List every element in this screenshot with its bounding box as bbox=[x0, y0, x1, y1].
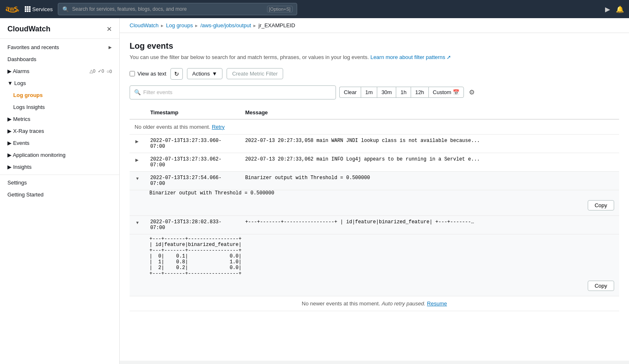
svg-rect-6 bbox=[25, 10, 26, 12]
svg-rect-1 bbox=[27, 6, 28, 8]
no-older-events-row: No older events at this moment. Retry bbox=[130, 119, 619, 135]
bell-icon[interactable]: 🔔 bbox=[616, 5, 624, 13]
sidebar-item-label: ▶ Insights bbox=[7, 164, 31, 170]
nav-icons: ▶ 🔔 bbox=[605, 5, 624, 13]
chevron-right-icon: ▶ bbox=[109, 45, 112, 50]
page-description: You can use the filter bar below to sear… bbox=[130, 53, 619, 61]
sidebar-item-label: Log groups bbox=[13, 92, 43, 98]
sidebar-item-app-monitoring[interactable]: ▶ Application monitoring bbox=[0, 149, 119, 161]
alarm-badges: △0 ✓0 ○0 bbox=[90, 69, 112, 74]
main-layout: CloudWatch ✕ Favorites and recents ▶ Das… bbox=[0, 18, 629, 364]
search-bar[interactable]: 🔍 [Option+S] bbox=[58, 3, 297, 15]
breadcrumb-cloudwatch[interactable]: CloudWatch bbox=[130, 22, 158, 28]
table-row: ▼ 2022-07-13T13:28:02.833-07:00 +---+---… bbox=[130, 215, 619, 234]
row2-message: 2022-07-13 20:27:33,062 main INFO Log4j … bbox=[240, 153, 619, 171]
alarm-badge-warn: △0 bbox=[90, 69, 95, 74]
retry-link[interactable]: Retry bbox=[212, 124, 225, 130]
row4-expanded-message: +---+-------+-----------------+ | id|fea… bbox=[149, 236, 614, 277]
custom-button[interactable]: Custom 📅 bbox=[428, 87, 464, 98]
sidebar-item-label: ▶ Events bbox=[7, 140, 29, 146]
table-row: ▶ 2022-07-13T13:27:33.062-07:00 2022-07-… bbox=[130, 153, 619, 171]
terminal-icon[interactable]: ▶ bbox=[605, 5, 610, 13]
sidebar-item-settings[interactable]: Settings bbox=[0, 177, 119, 189]
alarm-badge-ok: ✓0 bbox=[98, 69, 104, 74]
sidebar-item-label: Settings bbox=[7, 180, 27, 186]
sidebar-item-events[interactable]: ▶ Events bbox=[0, 137, 119, 149]
sidebar-section: Favorites and recents ▶ Dashboards ▶ Ala… bbox=[0, 39, 119, 203]
sidebar-item-metrics[interactable]: ▶ Metrics bbox=[0, 113, 119, 125]
sidebar-item-insights[interactable]: ▶ Insights bbox=[0, 161, 119, 173]
breadcrumb-sep-1: ▸ bbox=[161, 23, 163, 28]
top-nav: Services 🔍 [Option+S] ▶ 🔔 bbox=[0, 0, 629, 18]
sidebar-item-label: ▶ X-Ray traces bbox=[7, 128, 44, 134]
1m-button[interactable]: 1m bbox=[361, 87, 377, 98]
svg-rect-4 bbox=[27, 8, 28, 10]
view-as-text-input[interactable] bbox=[130, 71, 135, 76]
expand-row3-button[interactable]: ▼ bbox=[135, 175, 140, 182]
sidebar-item-alarms[interactable]: ▶ Alarms △0 ✓0 ○0 bbox=[0, 65, 119, 77]
breadcrumb-current: jr_EXAMPLEID bbox=[258, 22, 295, 28]
services-button[interactable]: Services bbox=[25, 6, 53, 12]
sidebar-item-getting-started[interactable]: Getting Started bbox=[0, 189, 119, 201]
row2-timestamp: 2022-07-13T13:27:33.062-07:00 bbox=[145, 153, 240, 171]
sidebar-item-xray[interactable]: ▶ X-Ray traces bbox=[0, 125, 119, 137]
12h-button[interactable]: 12h bbox=[411, 87, 428, 98]
sidebar-item-logs[interactable]: ▼ Logs bbox=[0, 77, 119, 89]
copy-row4-button[interactable]: Copy bbox=[588, 281, 614, 291]
row1-message: 2022-07-13 20:27:33,058 main WARN JNDI l… bbox=[240, 134, 619, 153]
breadcrumb-sep-2: ▸ bbox=[195, 23, 198, 28]
no-newer-events-row: No newer events at this moment. Auto ret… bbox=[130, 296, 619, 311]
filter-input-wrap[interactable]: 🔍 bbox=[130, 85, 336, 99]
sidebar-item-favorites[interactable]: Favorites and recents ▶ bbox=[0, 41, 119, 53]
svg-rect-3 bbox=[25, 8, 26, 10]
actions-button[interactable]: Actions ▼ bbox=[187, 68, 223, 79]
resume-link[interactable]: Resume bbox=[427, 300, 447, 307]
svg-rect-0 bbox=[25, 6, 26, 8]
sidebar: CloudWatch ✕ Favorites and recents ▶ Das… bbox=[0, 18, 120, 364]
sidebar-close-button[interactable]: ✕ bbox=[106, 25, 112, 33]
create-metric-filter-button[interactable]: Create Metric Filter bbox=[227, 68, 283, 79]
sidebar-item-label: ▼ Logs bbox=[7, 80, 26, 86]
row3-message: Binarizer output with Threshold = 0.5000… bbox=[240, 171, 619, 190]
aws-logo[interactable] bbox=[5, 4, 20, 15]
col-message-header: Message bbox=[240, 106, 619, 119]
sidebar-header: CloudWatch ✕ bbox=[0, 18, 119, 39]
log-table: Timestamp Message No older events at thi… bbox=[130, 106, 619, 311]
settings-gear-icon[interactable]: ⚙ bbox=[467, 87, 476, 98]
col-expand-header bbox=[130, 106, 145, 119]
expand-row4-button[interactable]: ▼ bbox=[135, 220, 140, 226]
search-icon: 🔍 bbox=[62, 6, 69, 12]
breadcrumb-log-groups[interactable]: Log groups bbox=[166, 22, 193, 28]
expand-row2-button[interactable]: ▶ bbox=[135, 157, 140, 163]
svg-rect-2 bbox=[29, 6, 31, 8]
svg-rect-5 bbox=[29, 8, 31, 10]
expand-row1-button[interactable]: ▶ bbox=[135, 138, 140, 144]
sidebar-item-logs-insights[interactable]: Logs Insights bbox=[0, 101, 119, 113]
sidebar-title: CloudWatch bbox=[7, 25, 50, 33]
row3-expanded-message: Binarizer output with Threshold = 0.5000… bbox=[149, 190, 614, 196]
filter-events-input[interactable] bbox=[143, 89, 331, 95]
breadcrumb-log-group-path[interactable]: /aws-glue/jobs/output bbox=[200, 22, 251, 28]
alarm-badge-other: ○0 bbox=[106, 69, 112, 74]
refresh-button[interactable]: ↻ bbox=[170, 68, 183, 80]
sidebar-item-dashboards[interactable]: Dashboards bbox=[0, 53, 119, 65]
view-as-text-checkbox[interactable]: View as text bbox=[130, 71, 166, 77]
copy-row3-button[interactable]: Copy bbox=[588, 200, 614, 210]
col-timestamp-header: Timestamp bbox=[145, 106, 240, 119]
sidebar-item-label: ▶ Metrics bbox=[7, 116, 31, 122]
30m-button[interactable]: 30m bbox=[377, 87, 396, 98]
clear-button[interactable]: Clear bbox=[339, 87, 361, 98]
page-content: Log events You can use the filter bar be… bbox=[120, 33, 629, 361]
sidebar-item-label: ▶ Alarms bbox=[7, 68, 29, 74]
learn-more-link[interactable]: Learn more about filter patterns ➚ bbox=[370, 54, 451, 60]
search-input[interactable] bbox=[72, 6, 264, 12]
sidebar-item-log-groups[interactable]: Log groups bbox=[0, 89, 119, 101]
sidebar-item-label: ▶ Application monitoring bbox=[7, 152, 66, 158]
refresh-icon: ↻ bbox=[174, 71, 179, 77]
time-buttons: Clear 1m 30m 1h 12h Custom 📅 bbox=[339, 87, 464, 98]
content-area: CloudWatch ▸ Log groups ▸ /aws-glue/jobs… bbox=[120, 18, 629, 364]
1h-button[interactable]: 1h bbox=[396, 87, 410, 98]
calendar-icon: 📅 bbox=[453, 89, 459, 95]
search-shortcut: [Option+S] bbox=[267, 6, 293, 12]
svg-rect-8 bbox=[29, 10, 31, 12]
